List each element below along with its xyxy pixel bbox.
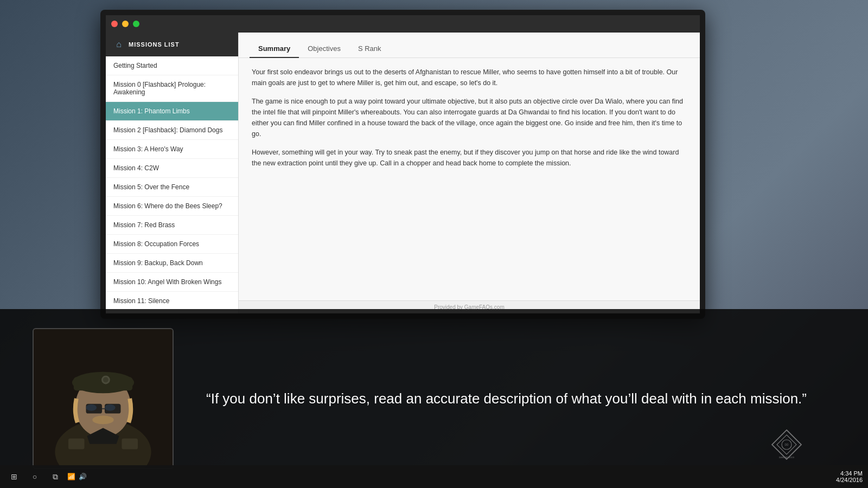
svg-text:DIAMOND DOGS: DIAMOND DOGS — [779, 457, 795, 459]
quote-container: “If you don’t like surprises, read an ac… — [174, 378, 868, 419]
taskbar-time-display: 4:34 PM — [836, 470, 863, 477]
svg-point-11 — [86, 404, 97, 411]
tab-srank[interactable]: S Rank — [349, 40, 390, 58]
bottom-overlay: “If you don’t like surprises, read an ac… — [0, 309, 868, 488]
sidebar-item-mission-11[interactable]: Mission 11: Silence — [106, 292, 238, 311]
character-portrait — [33, 328, 174, 469]
tab-summary[interactable]: Summary — [250, 40, 299, 58]
network-icon: 📶 — [67, 473, 75, 480]
sidebar-item-mission-7[interactable]: Mission 7: Red Brass — [106, 216, 238, 235]
sidebar-item-getting-started[interactable]: Getting Started — [106, 56, 238, 75]
sidebar-header: ⌂ MISSIONS LIST — [106, 33, 238, 56]
task-view-button[interactable]: ⧉ — [47, 468, 64, 485]
minimize-button[interactable] — [122, 21, 129, 27]
taskbar-system-icons: 📶 🔊 — [67, 473, 87, 480]
diamond-dogs-logo: DD DIAMOND DOGS — [770, 428, 803, 461]
taskbar-date-display: 4/24/2016 — [836, 477, 863, 483]
content-tabs: SummaryObjectivesS Rank — [239, 33, 700, 58]
svg-rect-15 — [122, 439, 138, 450]
quote-text: “If you don’t like surprises, read an ac… — [206, 389, 835, 408]
monitor-frame: ⌂ MISSIONS LIST Getting StartedMission 0… — [100, 10, 705, 319]
sidebar-item-mission-0[interactable]: Mission 0 [Flashback] Prologue: Awakenin… — [106, 75, 238, 102]
sidebar-item-mission-4[interactable]: Mission 4: C2W — [106, 159, 238, 178]
taskbar: ⊞ ○ ⧉ 📶 🔊 4:34 PM 4/24/2016 — [0, 465, 868, 488]
content-body: Your first solo endeavor brings us out t… — [239, 58, 700, 300]
svg-point-13 — [92, 416, 113, 425]
sidebar-item-mission-8[interactable]: Mission 8: Occupation Forces — [106, 235, 238, 254]
home-icon: ⌂ — [113, 39, 124, 50]
tab-objectives[interactable]: Objectives — [299, 40, 349, 58]
svg-point-7 — [103, 377, 108, 383]
main-content: SummaryObjectivesS Rank Your first solo … — [239, 33, 700, 313]
sidebar-title-label: MISSIONS LIST — [129, 41, 180, 48]
sidebar-items-list: Getting StartedMission 0 [Flashback] Pro… — [106, 56, 238, 311]
sidebar-item-mission-9[interactable]: Mission 9: Backup, Back Down — [106, 254, 238, 273]
sidebar: ⌂ MISSIONS LIST Getting StartedMission 0… — [106, 33, 239, 313]
cortana-button[interactable]: ○ — [26, 468, 43, 485]
app-window: ⌂ MISSIONS LIST Getting StartedMission 0… — [106, 15, 700, 313]
sidebar-item-mission-5[interactable]: Mission 5: Over the Fence — [106, 178, 238, 197]
svg-rect-14 — [68, 439, 85, 450]
sidebar-item-mission-3[interactable]: Mission 3: A Hero's Way — [106, 140, 238, 159]
start-button[interactable]: ⊞ — [5, 468, 23, 485]
content-paragraph-1: The game is nice enough to put a way poi… — [252, 96, 687, 139]
maximize-button[interactable] — [133, 21, 139, 27]
svg-text:DD: DD — [785, 444, 789, 446]
volume-icon: 🔊 — [79, 473, 87, 480]
close-button[interactable] — [111, 21, 118, 27]
sidebar-item-mission-10[interactable]: Mission 10: Angel With Broken Wings — [106, 273, 238, 292]
content-paragraph-2: However, something will get in your way.… — [252, 147, 687, 169]
svg-point-12 — [105, 404, 116, 411]
monitor-screen: ⌂ MISSIONS LIST Getting StartedMission 0… — [106, 15, 700, 313]
sidebar-item-mission-1[interactable]: Mission 1: Phantom Limbs — [106, 102, 238, 121]
sidebar-item-mission-6[interactable]: Mission 6: Where do the Bees Sleep? — [106, 197, 238, 216]
taskbar-clock: 4:34 PM 4/24/2016 — [836, 470, 863, 483]
app-content: ⌂ MISSIONS LIST Getting StartedMission 0… — [106, 33, 700, 313]
app-header — [106, 15, 700, 33]
sidebar-item-mission-2[interactable]: Mission 2 [Flashback]: Diamond Dogs — [106, 121, 238, 140]
content-paragraph-0: Your first solo endeavor brings us out t… — [252, 67, 687, 88]
